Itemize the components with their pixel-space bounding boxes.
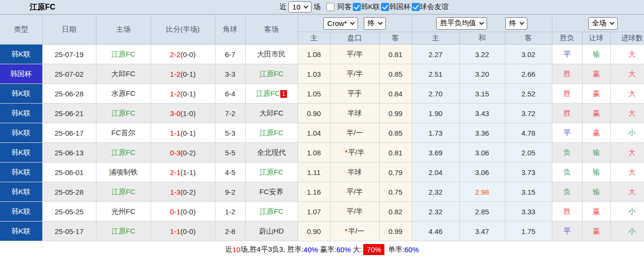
result-cell: 平 bbox=[552, 222, 582, 241]
avg-lose-value: 1.75 bbox=[521, 227, 535, 235]
odds-time-select[interactable]: 终 bbox=[364, 17, 386, 30]
checkbox-label: 韩K联 bbox=[361, 2, 380, 12]
home-odds-cell: 1.07 bbox=[298, 202, 330, 222]
avg-type-select-value: 胜平负均值 bbox=[440, 19, 476, 28]
checkbox-label: 同客 bbox=[337, 2, 352, 12]
checkbox-checked-icon[interactable] bbox=[381, 3, 389, 11]
home-odds-value: 1.16 bbox=[307, 188, 321, 196]
result-cell: 平 bbox=[552, 45, 582, 64]
period-select[interactable]: 全场 bbox=[588, 17, 618, 30]
match-type-badge: 韩国杯 bbox=[0, 64, 42, 84]
goals-result-value: 大 bbox=[629, 50, 636, 58]
date-cell: 25-07-02 bbox=[42, 64, 96, 84]
summary-text: 10 bbox=[232, 245, 240, 254]
avg-win-cell: 3.69 bbox=[412, 143, 459, 163]
goals-result-value: 大 bbox=[629, 70, 636, 78]
avg-group-header: 胜平负均值 终 bbox=[412, 15, 552, 32]
result-value: 平 bbox=[563, 50, 571, 58]
summary-text: 胜率: bbox=[287, 245, 303, 254]
fulltime-score: 0-1 bbox=[170, 208, 180, 216]
away-team-name: 江原FC bbox=[256, 89, 280, 97]
avg-win-value: 2.32 bbox=[429, 188, 442, 196]
avg-draw-value: 3.15 bbox=[475, 90, 489, 98]
sub-header-handicap: 盘口 bbox=[330, 32, 379, 45]
away-odds-cell: 0.75 bbox=[379, 182, 412, 202]
corners-value: 5-5 bbox=[225, 149, 236, 157]
result-cell: 胜 bbox=[552, 84, 582, 104]
avg-lose-cell: 3.72 bbox=[505, 104, 552, 123]
col-header-type: 类型 bbox=[0, 15, 42, 45]
goals-result-cell: 大 bbox=[610, 84, 644, 104]
away-team-cell: 江原FC bbox=[245, 64, 298, 84]
corners-value: 3-3 bbox=[225, 70, 236, 78]
match-type-badge: 韩K联 bbox=[0, 182, 42, 202]
home-team-cell: 江原FC bbox=[96, 104, 151, 123]
games-count-value: 10 bbox=[292, 3, 300, 11]
handicap-cell: 半球 bbox=[330, 104, 379, 123]
avg-draw-value: 3.06 bbox=[475, 149, 489, 157]
corners-cell: 4-5 bbox=[215, 163, 245, 182]
fulltime-score: 3-0 bbox=[170, 109, 180, 117]
avg-win-cell: 2.51 bbox=[412, 64, 459, 84]
match-date: 25-06-17 bbox=[55, 129, 83, 137]
avg-time-select[interactable]: 终 bbox=[505, 17, 527, 30]
star-marker: * bbox=[345, 148, 347, 156]
date-cell: 25-06-21 bbox=[42, 104, 96, 123]
avg-win-cell: 2.32 bbox=[412, 202, 459, 222]
corners-cell: 2-8 bbox=[215, 222, 245, 241]
avg-win-cell: 2.32 bbox=[412, 182, 459, 202]
home-team-name: 水原FC bbox=[111, 89, 135, 97]
bookmaker-select[interactable]: Crow* bbox=[323, 17, 358, 30]
checkbox-unchecked-icon[interactable] bbox=[326, 3, 334, 11]
home-team-name: 江原FC bbox=[111, 109, 135, 117]
col-header-score: 比分(半场) bbox=[151, 15, 215, 45]
near-label: 近 bbox=[279, 2, 286, 12]
competition-label: 韩K联 bbox=[12, 227, 31, 235]
goals-result-value: 小 bbox=[629, 128, 636, 137]
avg-lose-value: 3.73 bbox=[521, 168, 535, 176]
goals-result-cell: 大 bbox=[610, 182, 644, 202]
match-date: 25-06-13 bbox=[55, 149, 83, 157]
away-odds-value: 0.79 bbox=[388, 168, 402, 176]
home-odds-cell: 1.04 bbox=[298, 123, 330, 143]
handicap-result-value: 赢 bbox=[593, 70, 600, 78]
checkbox-checked-icon[interactable] bbox=[412, 3, 420, 11]
avg-win-cell: 4.46 bbox=[412, 222, 459, 241]
home-odds-cell: 1.11 bbox=[298, 163, 330, 182]
avg-type-select[interactable]: 胜平负均值 bbox=[436, 17, 487, 30]
red-card-badge: 1 bbox=[280, 90, 286, 98]
checkbox-label: 球会友谊 bbox=[420, 2, 449, 12]
corners-cell: 7-2 bbox=[215, 104, 245, 123]
away-odds-value: 0.99 bbox=[388, 227, 402, 235]
checkbox-checked-icon[interactable] bbox=[353, 3, 361, 11]
avg-lose-cell: 2.52 bbox=[505, 84, 552, 104]
date-cell: 25-06-17 bbox=[42, 123, 96, 143]
home-odds-value: 1.08 bbox=[307, 149, 321, 157]
away-team-name: FC安养 bbox=[260, 187, 284, 196]
result-value: 胜 bbox=[563, 109, 571, 117]
games-count-select[interactable]: 10 bbox=[288, 1, 311, 12]
col-header-away: 客场 bbox=[245, 15, 298, 45]
handicap-result-cell: 赢 bbox=[582, 123, 610, 143]
filter-same-opponent: 同客 bbox=[326, 2, 352, 12]
result-group-header: 全场 bbox=[552, 15, 644, 32]
match-date: 25-07-02 bbox=[55, 70, 83, 78]
score-cell: 2-1(1-1) bbox=[151, 163, 215, 182]
fulltime-score: 1-3 bbox=[170, 188, 180, 196]
avg-lose-value: 2.66 bbox=[521, 70, 535, 78]
match-row: 韩K联25-06-21江原FC3-0(1-0)7-2大邱FC0.90半球0.99… bbox=[0, 104, 644, 123]
goals-result-cell: 大 bbox=[610, 64, 644, 84]
avg-draw-cell: 3.47 bbox=[459, 222, 505, 241]
goals-result-value: 大 bbox=[629, 168, 636, 176]
handicap-result-cell: 输 bbox=[582, 45, 610, 64]
match-rows: 韩K联25-07-19江原FC2-2(0-0)6-7大田市民1.08平/半0.8… bbox=[0, 45, 644, 241]
halftime-score: (1-0) bbox=[180, 109, 196, 117]
corners-value: 5-3 bbox=[225, 129, 236, 137]
handicap-result-value: 输 bbox=[593, 50, 600, 58]
corners-value: 7-2 bbox=[225, 109, 236, 117]
away-odds-cell: 0.85 bbox=[379, 123, 412, 143]
match-type-badge: 韩K联 bbox=[0, 202, 42, 222]
sub-header-avg-away: 客 bbox=[505, 32, 552, 45]
home-odds-cell: 0.90 bbox=[298, 222, 330, 241]
away-odds-value: 0.99 bbox=[388, 109, 402, 117]
